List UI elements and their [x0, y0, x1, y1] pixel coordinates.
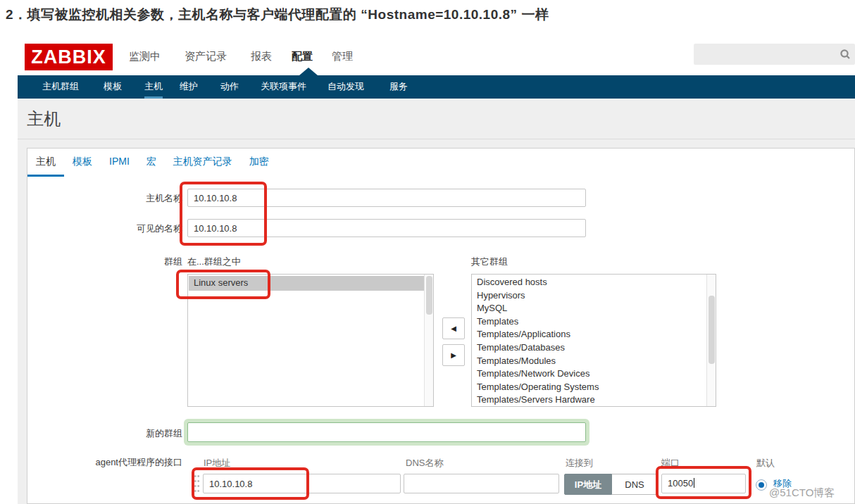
- right-arrow-icon: ▶: [451, 351, 456, 359]
- tab-host[interactable]: 主机: [27, 149, 64, 177]
- form-tabs: 主机 模板 IPMI 宏 主机资产记录 加密: [27, 149, 277, 177]
- submenu-maintenance[interactable]: 维护: [180, 75, 198, 99]
- in-groups-scrollbar[interactable]: [424, 275, 433, 406]
- nav-administration[interactable]: 管理: [332, 50, 353, 63]
- search-icon[interactable]: [840, 49, 851, 63]
- radio-dot-icon: [759, 482, 764, 488]
- col-ip: IP地址: [204, 457, 230, 470]
- move-right-button[interactable]: ▶: [442, 344, 465, 366]
- interface-port-input[interactable]: 10050: [661, 474, 746, 493]
- nav-reports[interactable]: 报表: [251, 50, 272, 63]
- new-group-input[interactable]: [187, 422, 586, 442]
- nav-configuration[interactable]: 配置: [292, 50, 313, 63]
- config-submenu: 主机群组 模板 主机 维护 动作 关联项事件 自动发现 服务: [18, 75, 855, 99]
- connect-ip-button[interactable]: IP地址: [564, 474, 612, 495]
- site-watermark: @51CTO博客: [769, 486, 835, 500]
- top-header: ZABBIX 监测中 资产记录 报表 配置 管理: [18, 39, 855, 75]
- text-cursor: [694, 478, 694, 488]
- nav-monitoring[interactable]: 监测中: [129, 50, 161, 63]
- tab-ipmi[interactable]: IPMI: [101, 149, 138, 177]
- list-item[interactable]: Templates/Databases: [472, 341, 716, 355]
- col-port: 端口: [661, 457, 680, 470]
- submenu-services[interactable]: 服务: [389, 75, 408, 99]
- page-content: 主机 主机 模板 IPMI 宏 主机资产记录 加密 主机名称 可见的名称 群组 …: [18, 99, 855, 504]
- list-item[interactable]: Templates/Modules: [472, 355, 716, 368]
- col-default: 默认: [756, 457, 775, 470]
- default-interface-radio[interactable]: [756, 479, 767, 491]
- list-item[interactable]: Hypervisors: [472, 289, 716, 303]
- other-groups-caption: 其它群组: [471, 256, 508, 268]
- agent-interfaces-label: agent代理程序的接口: [27, 456, 182, 469]
- in-groups-caption: 在...群组之中: [187, 256, 241, 268]
- new-group-label: 新的群组: [27, 427, 182, 440]
- col-dns: DNS名称: [406, 457, 443, 470]
- search-box: [694, 44, 855, 65]
- in-groups-listbox[interactable]: Linux servers: [187, 274, 434, 407]
- connect-dns-button[interactable]: DNS: [612, 474, 658, 495]
- list-item[interactable]: Templates/Operating Systems: [472, 381, 716, 394]
- port-value: 10050: [668, 478, 693, 489]
- other-groups-scrollbar[interactable]: [706, 275, 716, 406]
- screenshot-root: 2．填写被监控机相关参数，主机名称与客户端代理配置的 “Hostname=10.…: [0, 0, 855, 504]
- host-form-card: 主机 模板 IPMI 宏 主机资产记录 加密 主机名称 可见的名称 群组 在..…: [27, 148, 855, 504]
- list-item[interactable]: Templates/Network Devices: [472, 367, 716, 381]
- submenu-hosts[interactable]: 主机: [144, 75, 163, 99]
- tab-host-inventory[interactable]: 主机资产记录: [165, 149, 241, 177]
- submenu-host-groups[interactable]: 主机群组: [42, 75, 79, 99]
- nav-inventory[interactable]: 资产记录: [185, 50, 227, 63]
- list-item-selected[interactable]: Linux servers: [189, 276, 424, 291]
- interface-drag-handle-icon[interactable]: [194, 474, 200, 495]
- zabbix-logo: ZABBIX: [25, 44, 113, 70]
- host-name-input[interactable]: [187, 189, 586, 207]
- groups-label: 群组: [27, 256, 182, 268]
- visible-name-input[interactable]: [187, 219, 586, 237]
- submenu-discovery[interactable]: 自动发现: [327, 75, 364, 99]
- list-item[interactable]: Discovered hosts: [472, 276, 716, 289]
- tab-macros[interactable]: 宏: [138, 149, 165, 177]
- interface-ip-input[interactable]: [203, 474, 401, 493]
- list-item[interactable]: Templates: [472, 315, 716, 329]
- step-caption: 2．填写被监控机相关参数，主机名称与客户端代理配置的 “Hostname=10.…: [6, 6, 549, 24]
- list-item[interactable]: Templates/Servers Hardware: [472, 393, 716, 407]
- list-item[interactable]: Templates/Applications: [472, 328, 716, 341]
- active-menu-pointer-icon: [299, 68, 318, 75]
- host-name-label: 主机名称: [27, 192, 182, 205]
- visible-name-label: 可见的名称: [27, 222, 182, 235]
- other-groups-listbox[interactable]: Discovered hosts Hypervisors MySQL Templ…: [471, 274, 716, 407]
- list-item[interactable]: MySQL: [472, 302, 716, 315]
- submenu-templates[interactable]: 模板: [104, 75, 122, 99]
- interface-dns-input[interactable]: [404, 474, 559, 493]
- left-arrow-icon: ◀: [451, 325, 456, 332]
- tab-encryption[interactable]: 加密: [241, 149, 277, 177]
- move-left-button[interactable]: ◀: [442, 317, 465, 339]
- page-title: 主机: [27, 108, 61, 130]
- col-connect-to: 连接到: [566, 457, 593, 470]
- submenu-event-correlation[interactable]: 关联项事件: [261, 75, 306, 99]
- search-input[interactable]: [698, 44, 832, 65]
- tab-templates[interactable]: 模板: [64, 149, 101, 177]
- title-divider: [18, 139, 855, 139]
- submenu-actions[interactable]: 动作: [220, 75, 239, 99]
